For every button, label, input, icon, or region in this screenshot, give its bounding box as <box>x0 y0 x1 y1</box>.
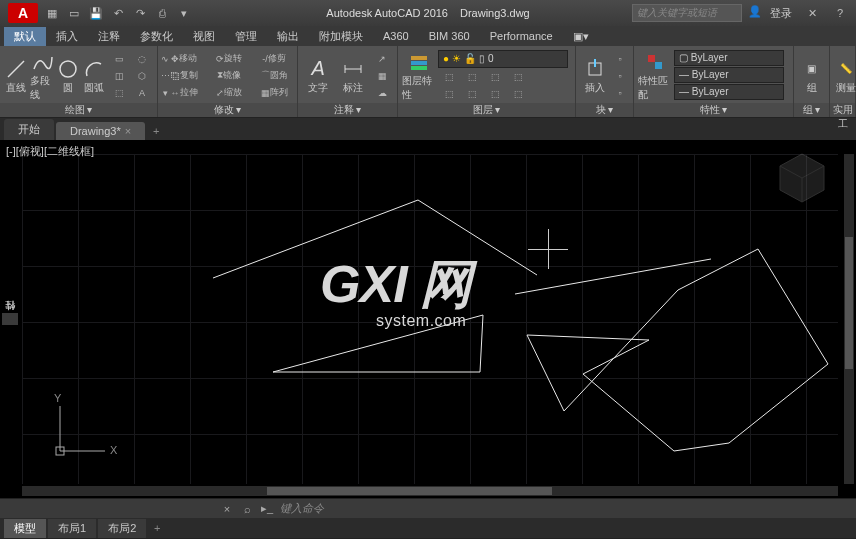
dim-button[interactable]: 标注 <box>337 50 370 102</box>
group-button[interactable]: ▣组 <box>798 50 825 102</box>
insert-block-button[interactable]: 插入 <box>580 50 609 102</box>
panel-group: ▣组 组 ▾ <box>794 46 830 117</box>
scale-button[interactable]: ⤢ 缩放 <box>207 85 251 101</box>
cmd-prompt: 键入命令 <box>280 501 324 516</box>
layout1-tab[interactable]: 布局1 <box>48 519 96 538</box>
layer-mini-icon[interactable]: ⬚ <box>484 86 506 102</box>
tab-default[interactable]: 默认 <box>4 27 46 46</box>
cmd-close-icon[interactable]: × <box>220 502 234 516</box>
polyline-button[interactable]: 多段线 <box>30 50 54 102</box>
copy-button[interactable]: ⿻ 复制 <box>162 68 206 84</box>
h-scrollbar[interactable] <box>22 486 838 496</box>
tab-a360[interactable]: A360 <box>373 28 419 44</box>
layout2-tab[interactable]: 布局2 <box>98 519 146 538</box>
draw-mini-icon[interactable]: ▭ <box>108 51 130 67</box>
help-icon[interactable]: ? <box>832 5 848 21</box>
tab-bim360[interactable]: BIM 360 <box>419 28 480 44</box>
cloud-icon[interactable]: ☁ <box>371 85 393 101</box>
tab-output[interactable]: 输出 <box>267 27 309 46</box>
layer-mini-icon[interactable]: ⬚ <box>438 69 460 85</box>
layer-mini-icon[interactable]: ⬚ <box>438 86 460 102</box>
draw-mini-icon[interactable]: ◫ <box>108 68 130 84</box>
tab-annotate[interactable]: 注释 <box>88 27 130 46</box>
line-button[interactable]: 直线 <box>4 50 28 102</box>
layer-mini-icon[interactable]: ⬚ <box>484 69 506 85</box>
qat-save-icon[interactable]: 💾 <box>88 5 104 21</box>
rotate-button[interactable]: ⟳ 旋转 <box>207 51 251 67</box>
qat-undo-icon[interactable]: ↶ <box>110 5 126 21</box>
drawing-area[interactable]: [-][俯视][二维线框] 特性 GXI 网 system.com X Y <box>0 140 856 498</box>
panel-props-label[interactable]: 特性 ▾ <box>634 103 793 117</box>
block-mini-icon[interactable]: ▫ <box>611 68 629 84</box>
draw-mini-icon[interactable]: ⬡ <box>131 68 153 84</box>
linetype-combo[interactable]: — ByLayer <box>674 84 784 100</box>
block-mini-icon[interactable]: ▫ <box>611 85 629 101</box>
tab-manage[interactable]: 管理 <box>225 27 267 46</box>
match-props-button[interactable]: 特性匹配 <box>638 50 672 102</box>
drawing-tab[interactable]: Drawing3*× <box>56 122 145 140</box>
draw-mini-icon[interactable]: ◌ <box>131 51 153 67</box>
text-button[interactable]: A文字 <box>302 50 335 102</box>
layer-mini-icon[interactable]: ⬚ <box>461 86 483 102</box>
command-line[interactable]: × ⌕ ▸_ 键入命令 <box>0 498 856 518</box>
new-tab-button[interactable]: + <box>147 122 165 140</box>
start-tab[interactable]: 开始 <box>4 119 54 140</box>
v-scrollbar[interactable] <box>844 154 854 484</box>
draw-mini-icon[interactable]: ⬚ <box>108 85 130 101</box>
panel-annot-label[interactable]: 注释 ▾ <box>298 103 397 117</box>
qat-new-icon[interactable]: ▦ <box>44 5 60 21</box>
svg-point-1 <box>60 61 76 77</box>
stretch-button[interactable]: ↔ 拉伸 <box>162 85 206 101</box>
app-menu-button[interactable]: A <box>8 3 38 23</box>
tab-addins[interactable]: 附加模块 <box>309 27 373 46</box>
tab-view[interactable]: 视图 <box>183 27 225 46</box>
tab-overflow-icon[interactable]: ▣▾ <box>563 28 599 45</box>
panel-block-label[interactable]: 块 ▾ <box>576 103 633 117</box>
layer-current-combo[interactable]: ●☀🔓▯0 <box>438 50 568 68</box>
signin-icon[interactable]: 👤 <box>748 5 764 21</box>
add-layout-button[interactable]: + <box>148 519 166 537</box>
layer-mini-icon[interactable]: ⬚ <box>507 86 529 102</box>
fillet-button[interactable]: ⌒ 圆角 <box>252 68 296 84</box>
tab-parametric[interactable]: 参数化 <box>130 27 183 46</box>
ucs-icon: X Y <box>50 396 120 468</box>
layer-mini-icon[interactable]: ⬚ <box>461 69 483 85</box>
qat-print-icon[interactable]: ⎙ <box>154 5 170 21</box>
table-icon[interactable]: ▦ <box>371 68 393 84</box>
tab-insert[interactable]: 插入 <box>46 27 88 46</box>
panel-layer: 图层特性 ●☀🔓▯0 ⬚ ⬚ ⬚ ⬚ ⬚ ⬚ ⬚ ⬚ 图层 ▾ <box>398 46 576 117</box>
qat-more-icon[interactable]: ▾ <box>176 5 192 21</box>
panel-util-label[interactable]: 实用工 <box>830 103 855 117</box>
panel-group-label[interactable]: 组 ▾ <box>794 103 829 117</box>
mirror-button[interactable]: ⧗ 镜像 <box>207 68 251 84</box>
panel-draw: 直线 多段线 圆 圆弧 ▭◌∿ ◫⬡⋯ ⬚A▾ 绘图 ▾ <box>0 46 158 117</box>
circle-button[interactable]: 圆 <box>56 50 80 102</box>
array-button[interactable]: ▦ 阵列 <box>252 85 296 101</box>
exchange-icon[interactable]: ✕ <box>804 5 820 21</box>
layer-props-button[interactable]: 图层特性 <box>402 50 436 102</box>
draw-mini-icon[interactable]: A <box>131 85 153 101</box>
trim-button[interactable]: -/ 修剪 <box>252 51 296 67</box>
qat-redo-icon[interactable]: ↷ <box>132 5 148 21</box>
measure-button[interactable]: 📏测量 <box>834 50 856 102</box>
layer-mini-icon[interactable]: ⬚ <box>507 69 529 85</box>
arc-button[interactable]: 圆弧 <box>82 50 106 102</box>
block-mini-icon[interactable]: ▫ <box>611 51 629 67</box>
search-input[interactable]: 键入关键字或短语 <box>632 4 742 22</box>
qat-open-icon[interactable]: ▭ <box>66 5 82 21</box>
cmd-recent-icon[interactable]: ⌕ <box>240 502 254 516</box>
panel-modify-label[interactable]: 修改 ▾ <box>158 103 297 117</box>
color-combo[interactable]: ▢ ByLayer <box>674 50 784 66</box>
panel-layer-label[interactable]: 图层 ▾ <box>398 103 575 117</box>
panel-properties: 特性匹配 ▢ ByLayer — ByLayer — ByLayer 特性 ▾ <box>634 46 794 117</box>
move-button[interactable]: ✥ 移动 <box>162 51 206 67</box>
panel-draw-label[interactable]: 绘图 ▾ <box>0 103 157 117</box>
tab-performance[interactable]: Performance <box>480 28 563 44</box>
close-tab-icon[interactable]: × <box>125 125 131 137</box>
model-tab[interactable]: 模型 <box>4 519 46 538</box>
signin-label[interactable]: 登录 <box>770 6 792 21</box>
drawing-geometry <box>0 140 856 498</box>
lineweight-combo[interactable]: — ByLayer <box>674 67 784 83</box>
svg-rect-7 <box>411 66 427 70</box>
leader-icon[interactable]: ↗ <box>371 51 393 67</box>
